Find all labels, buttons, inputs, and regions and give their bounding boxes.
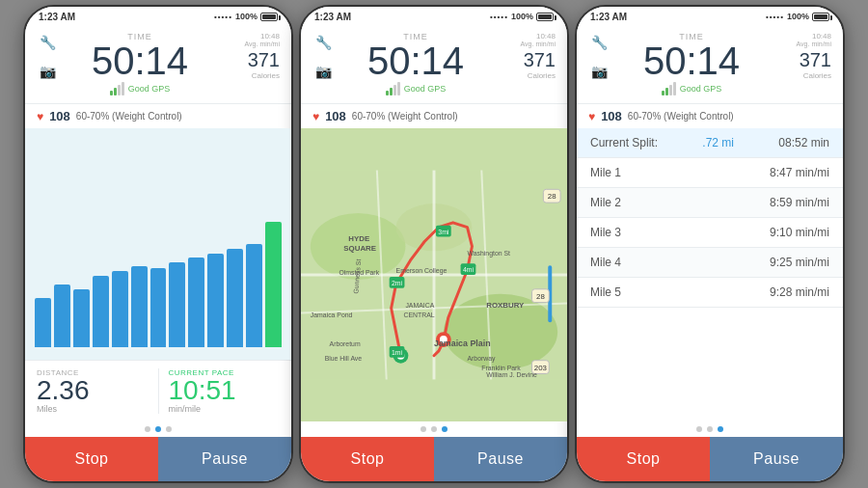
chart-bar-4 (112, 271, 128, 347)
svg-text:Franklin Park: Franklin Park (481, 365, 521, 371)
hr-number-1: 108 (49, 109, 70, 123)
dot-2-3[interactable] (442, 426, 448, 432)
battery-icon-3 (812, 13, 829, 21)
dot-1-2[interactable] (155, 426, 161, 432)
header-center-2: TIME 50:14 Good GPS (334, 32, 498, 95)
status-bar-3: 1:23 AM ••••• 100% (577, 7, 843, 26)
dot-2-2[interactable] (431, 426, 437, 432)
dot-1-1[interactable] (145, 426, 150, 432)
svg-text:1mi: 1mi (392, 349, 403, 356)
pace-value-1: 10:51 (169, 377, 281, 404)
signal-dots-3: ••••• (766, 13, 784, 21)
svg-text:Jamaica Pond: Jamaica Pond (311, 312, 353, 318)
dot-3-3[interactable] (718, 426, 723, 432)
svg-text:28: 28 (548, 192, 556, 201)
heart-icon-1: ♥ (37, 110, 43, 123)
big-time-1: 50:14 (66, 41, 214, 80)
gps-text-1: Good GPS (128, 84, 171, 94)
cal-label-1: Calories (222, 71, 280, 80)
pause-button-2[interactable]: Pause (434, 437, 567, 481)
gps-bar-3-4 (673, 82, 676, 95)
btn-row-2: Stop Pause (301, 437, 567, 481)
chart-bar-9 (207, 254, 224, 348)
phone-header-3: 🔧 📷 TIME 50:14 Good GPS (577, 26, 843, 103)
split-row-4: Mile 4 9:25 min/mi (577, 248, 843, 278)
hr-zone-3: 60-70% (Weight Control) (628, 111, 734, 122)
dot-2-1[interactable] (420, 426, 426, 432)
stop-button-1[interactable]: Stop (25, 437, 158, 481)
svg-text:3mi: 3mi (438, 229, 449, 235)
gps-bar-3 (118, 85, 121, 95)
left-icons-1: 🔧 📷 (37, 32, 58, 82)
header-right-3: 10:48 Avg. min/mi 371 Calories (773, 32, 831, 80)
camera-icon-2[interactable]: 📷 (312, 61, 334, 82)
stat-divider-1 (158, 368, 159, 414)
split-name-0: Current Split: (590, 136, 658, 149)
camera-icon-3[interactable]: 📷 (588, 61, 610, 82)
phones-container: 1:23 AM ••••• 100% 🔧 📷 TIME 50:14 (23, 5, 845, 483)
camera-icon-1[interactable]: 📷 (37, 61, 58, 82)
svg-text:Arboretum: Arboretum (330, 340, 361, 347)
wrench-icon-1[interactable]: 🔧 (37, 32, 58, 53)
split-dist-0: .72 mi (702, 136, 734, 149)
page-dots-3 (577, 421, 843, 437)
chart-content-1 (25, 128, 291, 360)
heart-icon-3: ♥ (588, 110, 595, 123)
signal-dots-2: ••••• (490, 13, 508, 21)
split-pace-5: 9:28 min/mi (770, 285, 829, 299)
gps-bars-2 (386, 82, 400, 95)
dot-1-3[interactable] (166, 426, 172, 432)
split-name-4: Mile 4 (590, 256, 621, 269)
gps-bar-2-2 (390, 88, 393, 95)
avg-label-1: 10:48 (222, 32, 280, 41)
battery-icon-2 (536, 13, 554, 21)
svg-text:Emerson College: Emerson College (396, 267, 448, 275)
wrench-icon-2[interactable]: 🔧 (312, 32, 334, 53)
phone-3: 1:23 AM ••••• 100% 🔧 📷 TIME 50:14 (575, 5, 845, 483)
status-icons-1: ••••• 100% (214, 12, 278, 21)
stats-row-1: DISTANCE 2.36 Miles CURRENT PACE 10:51 m… (25, 360, 291, 421)
map-content-2[interactable]: 2mi 3mi 4mi 1mi HYDE SQUARE JAMAICA CENT… (301, 128, 567, 421)
svg-text:Arborway: Arborway (468, 355, 497, 363)
svg-text:Blue Hill Ave: Blue Hill Ave (325, 355, 363, 362)
split-pace-0: 08:52 min (778, 136, 829, 149)
gps-text-2: Good GPS (404, 84, 447, 94)
battery-text-3: 100% (787, 12, 809, 21)
svg-text:ROXBURY: ROXBURY (486, 302, 525, 311)
map-container-2[interactable]: 2mi 3mi 4mi 1mi HYDE SQUARE JAMAICA CENT… (301, 128, 567, 421)
hr-number-2: 108 (325, 109, 346, 123)
svg-text:SQUARE: SQUARE (343, 244, 376, 253)
chart-bar-3 (93, 276, 109, 347)
pause-button-1[interactable]: Pause (158, 437, 291, 481)
wrench-icon-3[interactable]: 🔧 (588, 32, 610, 53)
header-center-1: TIME 50:14 Good GPS (58, 32, 222, 95)
cal-value-1: 371 (222, 49, 280, 71)
svg-text:28: 28 (536, 292, 545, 301)
split-row-0: Current Split: .72 mi 08:52 min (577, 128, 843, 158)
header-center-3: TIME 50:14 Good GPS (610, 32, 773, 95)
big-time-3: 50:14 (617, 41, 766, 80)
split-pace-2: 8:59 min/mi (770, 196, 829, 209)
gps-bar-4 (122, 82, 124, 95)
split-row-1: Mile 1 8:47 min/mi (577, 158, 843, 188)
split-pace-4: 9:25 min/mi (770, 256, 829, 269)
split-row-2: Mile 2 8:59 min/mi (577, 188, 843, 218)
cal-value-3: 371 (773, 49, 831, 71)
stop-button-3[interactable]: Stop (577, 437, 710, 481)
svg-text:William J. Devine: William J. Devine (486, 371, 537, 378)
dot-3-2[interactable] (707, 426, 713, 432)
avg-label-3: 10:48 (773, 32, 831, 41)
page-dots-2 (301, 421, 567, 437)
split-row-3: Mile 3 9:10 min/mi (577, 218, 843, 248)
dot-3-1[interactable] (696, 426, 702, 432)
distance-value-1: 2.36 (37, 377, 149, 404)
gps-bar-2 (114, 88, 117, 95)
chart-bar-12 (265, 222, 282, 347)
distance-block-1: DISTANCE 2.36 Miles (37, 368, 149, 414)
heart-icon-2: ♥ (312, 110, 319, 123)
split-pace-3: 9:10 min/mi (770, 226, 829, 239)
status-icons-2: ••••• 100% (490, 12, 554, 21)
pause-button-3[interactable]: Pause (710, 437, 843, 481)
stop-button-2[interactable]: Stop (301, 437, 434, 481)
chart-bar-10 (227, 249, 243, 347)
